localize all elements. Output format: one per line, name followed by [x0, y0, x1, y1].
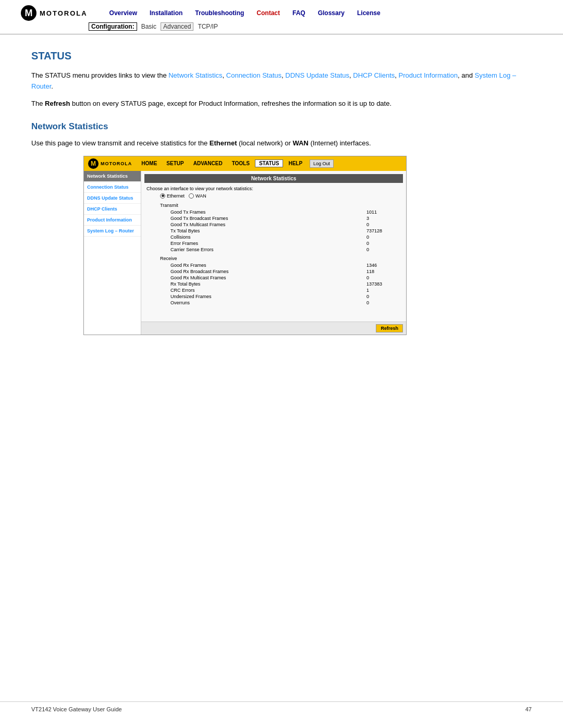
- stat-error-frames-value: 0: [366, 241, 398, 246]
- link-dhcp-clients[interactable]: DHCP Clients: [353, 71, 395, 79]
- intro-paragraph: The STATUS menu provides links to view t…: [31, 70, 532, 92]
- radio-wan[interactable]: WAN: [189, 193, 206, 199]
- link-ddns-update-status[interactable]: DDNS Update Status: [285, 71, 349, 79]
- status-heading: STATUS: [31, 50, 532, 62]
- logo-text: MOTOROLA: [40, 9, 88, 17]
- stat-good-tx-multicast-value: 0: [366, 222, 398, 227]
- sidebar-item-ddns-update-status[interactable]: DDNS Update Status: [84, 193, 141, 204]
- stat-good-rx-broadcast-label: Good Rx Broadcast Frames: [170, 269, 366, 274]
- nav-contact[interactable]: Contact: [250, 9, 286, 17]
- top-nav: Overview Installation Troubleshooting Co…: [103, 9, 387, 17]
- refresh-button[interactable]: Refresh: [376, 324, 403, 332]
- router-nav-advanced[interactable]: ADVANCED: [189, 159, 227, 167]
- router-logo-area: M MOTOROLA: [88, 158, 132, 169]
- refresh-bold: Refresh: [45, 100, 70, 107]
- stat-collisions-value: 0: [366, 235, 398, 240]
- link-network-statistics[interactable]: Network Statistics: [168, 71, 222, 79]
- config-label: Configuration:: [89, 22, 137, 31]
- stat-good-tx-broadcast-label: Good Tx Broadcast Frames: [170, 216, 366, 221]
- stat-tx-total-bytes: Tx Total Bytes 737128: [144, 228, 403, 234]
- radio-wan-label: WAN: [195, 193, 206, 199]
- stat-good-rx-multicast-label: Good Rx Multicast Frames: [170, 275, 366, 280]
- stat-good-tx-broadcast: Good Tx Broadcast Frames 3: [144, 215, 403, 221]
- router-nav-status[interactable]: STATUS: [255, 159, 284, 167]
- stat-good-rx-frames-label: Good Rx Frames: [170, 263, 366, 268]
- refresh-info: The Refresh button on every STATUS page,…: [31, 98, 532, 109]
- router-nav-home[interactable]: HOME: [137, 159, 161, 167]
- nav-troubleshooting[interactable]: Troubleshooting: [189, 9, 250, 17]
- main-content: STATUS The STATUS menu provides links to…: [0, 34, 563, 366]
- nav-glossary[interactable]: Glossary: [312, 9, 351, 17]
- footer: VT2142 Voice Gateway User Guide 47: [0, 701, 563, 712]
- sidebar-item-connection-status[interactable]: Connection Status: [84, 182, 141, 193]
- stat-tx-total-bytes-label: Tx Total Bytes: [170, 228, 366, 233]
- ethernet-bold: Ethernet: [210, 139, 237, 147]
- sidebar-item-network-statistics[interactable]: Network Statistics: [84, 171, 141, 182]
- stat-overruns-label: Overruns: [170, 300, 366, 305]
- link-connection-status[interactable]: Connection Status: [226, 71, 282, 79]
- router-main-title: Network Statistics: [144, 174, 403, 183]
- nav-faq[interactable]: FAQ: [286, 9, 312, 17]
- stat-crc-errors-label: CRC Errors: [170, 288, 366, 293]
- stat-carrier-sense-errors: Carrier Sense Errors 0: [144, 246, 403, 253]
- stat-overruns-value: 0: [366, 300, 398, 305]
- stat-carrier-sense-label: Carrier Sense Errors: [170, 247, 366, 252]
- stat-error-frames: Error Frames 0: [144, 240, 403, 246]
- wan-bold: WAN: [292, 139, 308, 147]
- stat-good-tx-broadcast-value: 3: [366, 216, 398, 221]
- stat-good-tx-frames-label: Good Tx Frames: [170, 209, 366, 215]
- sidebar-item-system-log[interactable]: System Log – Router: [84, 226, 141, 237]
- stat-good-tx-frames: Good Tx Frames 1011: [144, 209, 403, 215]
- stat-good-rx-frames-value: 1346: [366, 263, 398, 268]
- interface-radio-group: Ethernet WAN: [144, 193, 403, 199]
- link-product-information[interactable]: Product Information: [399, 71, 458, 79]
- motorola-logo-icon: M: [21, 5, 36, 21]
- stat-collisions-label: Collisions: [170, 235, 366, 240]
- stat-good-rx-multicast: Good Rx Multicast Frames 0: [144, 275, 403, 281]
- network-statistics-heading: Network Statistics: [31, 121, 532, 132]
- stat-good-rx-broadcast: Good Rx Broadcast Frames 118: [144, 268, 403, 275]
- sidebar-item-product-information[interactable]: Product Information: [84, 215, 141, 226]
- stat-good-rx-broadcast-value: 118: [366, 269, 398, 274]
- config-tcpip[interactable]: TCP/IP: [198, 23, 218, 30]
- choose-interface-text: Choose an interface to view your network…: [144, 186, 403, 191]
- router-sidebar: Network Statistics Connection Status DDN…: [84, 171, 141, 335]
- stat-undersized-frames-label: Undersized Frames: [170, 294, 366, 299]
- stat-good-rx-frames: Good Rx Frames 1346: [144, 262, 403, 268]
- router-body: Network Statistics Connection Status DDN…: [84, 171, 406, 335]
- stat-error-frames-label: Error Frames: [170, 241, 366, 246]
- stat-good-rx-multicast-value: 0: [366, 275, 398, 280]
- section-intro: Use this page to view transmit and recei…: [31, 138, 532, 149]
- receive-section: Receive Good Rx Frames 1346 Good Rx Broa…: [144, 256, 403, 306]
- stat-good-tx-multicast: Good Tx Multicast Frames 0: [144, 221, 403, 228]
- router-nav-help[interactable]: HELP: [284, 159, 307, 167]
- stat-rx-total-bytes-value: 137383: [366, 281, 398, 287]
- stat-crc-errors-value: 1: [366, 288, 398, 293]
- footer-left: VT2142 Voice Gateway User Guide: [31, 706, 122, 712]
- stat-crc-errors: CRC Errors 1: [144, 287, 403, 293]
- config-advanced[interactable]: Advanced: [161, 22, 193, 31]
- stat-tx-total-bytes-value: 737128: [366, 228, 398, 233]
- stat-good-tx-frames-value: 1011: [366, 209, 398, 215]
- nav-license[interactable]: License: [351, 9, 387, 17]
- radio-ethernet-icon: [160, 193, 165, 199]
- radio-ethernet-label: Ethernet: [167, 193, 185, 199]
- router-nav-bar: M MOTOROLA HOME SETUP ADVANCED TOOLS STA…: [84, 156, 406, 171]
- router-nav-tools[interactable]: TOOLS: [228, 159, 254, 167]
- radio-wan-icon: [189, 193, 194, 199]
- nav-overview[interactable]: Overview: [103, 9, 143, 17]
- router-logout-button[interactable]: Log Out: [310, 159, 334, 168]
- router-refresh-row: Refresh: [141, 322, 406, 335]
- router-logo-text: MOTOROLA: [101, 161, 132, 166]
- nav-installation[interactable]: Installation: [143, 9, 189, 17]
- config-basic[interactable]: Basic: [141, 23, 156, 30]
- radio-ethernet-dot: [162, 194, 164, 197]
- router-main-area: Network Statistics Choose an interface t…: [141, 171, 406, 322]
- radio-ethernet[interactable]: Ethernet: [160, 193, 185, 199]
- sidebar-item-dhcp-clients[interactable]: DHCP Clients: [84, 204, 141, 215]
- router-nav-setup[interactable]: SETUP: [162, 159, 188, 167]
- stat-good-tx-multicast-label: Good Tx Multicast Frames: [170, 222, 366, 227]
- transmit-label: Transmit: [144, 203, 403, 208]
- stat-collisions: Collisions 0: [144, 234, 403, 240]
- footer-right: 47: [525, 706, 532, 712]
